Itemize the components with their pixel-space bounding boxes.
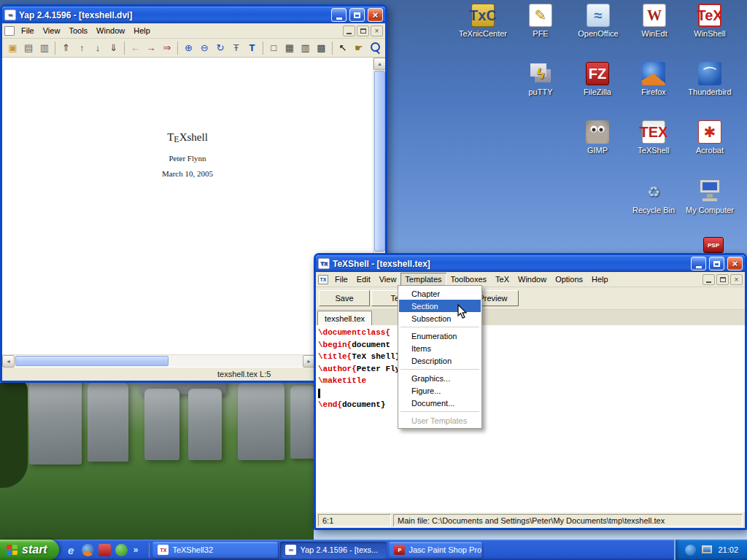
menu-help[interactable]: Help	[587, 273, 613, 286]
desktop-icon-paint-shop-pro[interactable]: PSP	[703, 237, 724, 253]
menu-options[interactable]: Options	[551, 273, 587, 286]
desktop-icon-texniccenter[interactable]: TxC TeXnicCenter	[454, 4, 511, 38]
internet-explorer-icon[interactable]: e	[65, 544, 77, 556]
scrollbar-thumb[interactable]	[15, 356, 169, 366]
zoom-out-icon[interactable]: ⊖	[197, 40, 212, 55]
tab-texshell-tex[interactable]: texshell.tex	[317, 311, 372, 325]
menu-item-document[interactable]: Document...	[399, 397, 481, 409]
print-icon[interactable]: ▤	[21, 40, 36, 55]
menu-item-items[interactable]: Items	[399, 342, 481, 354]
maximize-button[interactable]	[709, 257, 724, 271]
desktop-icon-texshell[interactable]: TEX TeXShell	[625, 120, 682, 155]
yap-app-icon: ∞	[4, 9, 16, 20]
desktop-icon-recycle-bin[interactable]: ♻ Recycle Bin	[625, 180, 682, 214]
double-page-icon[interactable]: ▥	[298, 40, 313, 55]
minimize-button[interactable]	[331, 8, 347, 22]
open-file-icon[interactable]: ▣	[5, 40, 20, 55]
menu-file[interactable]: File	[330, 273, 352, 286]
toolbar-separator	[55, 42, 55, 55]
tray-messenger-icon[interactable]	[685, 545, 696, 556]
desktop-icon-gimp[interactable]: GIMP	[569, 120, 626, 155]
desktop-icon-winshell[interactable]: TeX WinShell	[681, 4, 738, 38]
menu-help[interactable]: Help	[129, 24, 155, 37]
menu-item-enumeration[interactable]: Enumeration	[399, 330, 481, 342]
desktop-icon-filezilla[interactable]: FZ FileZilla	[569, 62, 626, 96]
prev-page-icon[interactable]: ↑	[74, 40, 90, 55]
refresh-icon[interactable]: ↻	[213, 40, 228, 55]
tex-source-editor[interactable]: \documentclass{ \begin{document \title{T…	[316, 326, 745, 513]
desktop-icon-openoffice[interactable]: ≈ OpenOffice	[570, 4, 627, 38]
close-button[interactable]	[368, 8, 383, 22]
desktop-icon-pfe[interactable]: ✎ PFE	[512, 4, 569, 38]
close-button[interactable]	[727, 257, 743, 271]
red-app-icon[interactable]	[98, 544, 111, 556]
texshell-titlebar[interactable]: TX TeXShell - [texshell.tex]	[316, 255, 745, 272]
select-tool-icon[interactable]: ↖	[336, 40, 351, 55]
magnifier-tool-icon[interactable]	[367, 40, 382, 55]
hand-tool-icon[interactable]: ☛	[351, 40, 366, 55]
taskbutton-yap[interactable]: ∞ Yap 2.4.1596 - [texs...	[280, 542, 387, 559]
menu-window[interactable]: Window	[92, 24, 129, 37]
mdi-close-button[interactable]	[371, 26, 383, 36]
zoom-in-icon[interactable]: ⊕	[181, 40, 196, 55]
mdi-close-button[interactable]	[730, 274, 743, 285]
text-mode-icon[interactable]: T	[244, 40, 260, 55]
menu-tex[interactable]: TeX	[491, 273, 514, 286]
maximize-button[interactable]	[349, 8, 365, 22]
desktop-icon-my-computer[interactable]: My Computer	[681, 180, 738, 214]
page-grid-icon[interactable]: ▦	[282, 40, 298, 55]
single-page-icon[interactable]: □	[266, 40, 282, 55]
toolbar-separator	[263, 42, 263, 55]
scroll-up-button[interactable]	[374, 58, 386, 70]
menu-window[interactable]: Window	[514, 273, 551, 286]
goto-page-icon[interactable]: ⇒	[159, 40, 174, 55]
forward-icon[interactable]: →	[144, 40, 159, 55]
quick-launch-overflow-chevron[interactable]: »	[132, 545, 140, 555]
icon-label: Acrobat	[696, 146, 724, 155]
desktop-icon-winedt[interactable]: W WinEdt	[626, 4, 683, 38]
back-icon[interactable]: ←	[128, 40, 143, 55]
desktop-icon-acrobat[interactable]: ✱ Acrobat	[681, 120, 738, 155]
continuous-view-icon[interactable]: ▩	[314, 40, 329, 55]
mdi-minimize-button[interactable]	[343, 26, 355, 36]
desktop-icon-putty[interactable]: ϟ puTTY	[512, 62, 569, 96]
mdi-minimize-button[interactable]	[703, 274, 715, 285]
firefox-icon[interactable]	[82, 544, 94, 556]
mdi-restore-button[interactable]	[357, 26, 369, 36]
tray-display-icon[interactable]	[701, 545, 713, 555]
status-text: texshell.tex L:5	[217, 370, 271, 378]
ruler-icon[interactable]: Ŧ	[228, 40, 244, 55]
menu-item-section[interactable]: Section	[399, 300, 481, 312]
desktop-icon-firefox[interactable]: Firefox	[625, 62, 682, 96]
last-page-icon[interactable]: ⇓	[106, 40, 121, 55]
next-page-icon[interactable]: ↓	[90, 40, 106, 55]
mdi-restore-button[interactable]	[716, 274, 729, 285]
menu-item-chapter[interactable]: Chapter	[399, 287, 481, 300]
icon-label: OpenOffice	[578, 29, 618, 38]
first-page-icon[interactable]: ⇑	[58, 40, 74, 55]
menu-toolboxes[interactable]: Toolboxes	[446, 273, 492, 286]
menu-item-description[interactable]: Description	[399, 354, 481, 367]
menu-view[interactable]: View	[39, 24, 65, 37]
menu-templates[interactable]: Templates	[400, 273, 446, 286]
scrollbar-thumb[interactable]	[374, 71, 385, 252]
print-setup-icon[interactable]: ▥	[36, 40, 52, 55]
menu-edit[interactable]: Edit	[352, 273, 375, 286]
desktop-icon-thunderbird[interactable]: ⌒ Thunderbird	[681, 62, 738, 96]
taskbutton-paint-shop-pro[interactable]: P Jasc Paint Shop Pro	[389, 542, 482, 559]
menu-item-figure[interactable]: Figure...	[399, 384, 481, 397]
yap-titlebar[interactable]: ∞ Yap 2.4.1596 - [texshell.dvi]	[2, 7, 385, 23]
menu-file[interactable]: File	[17, 24, 39, 37]
menu-item-graphics[interactable]: Graphics...	[399, 372, 481, 384]
menu-item-subsection[interactable]: Subsection	[399, 312, 481, 324]
minimize-button[interactable]	[691, 257, 706, 271]
desktop: TxC TeXnicCenter ✎ PFE ≈ OpenOffice W Wi…	[0, 0, 747, 560]
start-button[interactable]: start	[0, 540, 59, 560]
menu-view[interactable]: View	[375, 273, 401, 286]
taskbutton-texshell32[interactable]: TX TeXShell32	[152, 542, 278, 559]
scroll-left-button[interactable]	[2, 355, 15, 368]
green-app-icon[interactable]	[115, 544, 128, 556]
firefox-icon	[642, 62, 665, 85]
save-button[interactable]: Save	[319, 290, 370, 306]
menu-tools[interactable]: Tools	[64, 24, 92, 37]
